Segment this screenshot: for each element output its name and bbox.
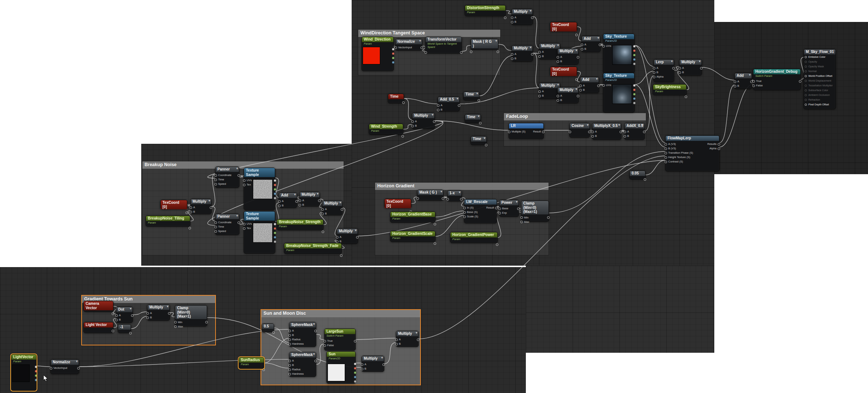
node-multiply-noise3[interactable]: Multiply▾AB — [337, 228, 358, 244]
input-pin[interactable] — [299, 204, 301, 206]
node-header[interactable]: Horizon_GradientPower — [450, 232, 497, 237]
output-pin[interactable] — [633, 63, 636, 65]
input-pin[interactable] — [581, 48, 583, 50]
node-header[interactable]: 0.05 — [630, 171, 645, 176]
node-lw-rescale[interactable]: LW_RescaleIn (S)Base (S)Scale (S)Result — [464, 199, 497, 223]
output-pin[interactable] — [205, 321, 208, 323]
input-pin[interactable] — [463, 211, 466, 214]
material-pin-row[interactable]: World Displacement — [804, 78, 835, 83]
node-header[interactable]: Normalize▾ — [51, 360, 79, 365]
node-header[interactable]: Power▾ — [500, 200, 519, 205]
collapse-chevron-icon[interactable]: ▾ — [76, 360, 78, 363]
output-pin[interactable] — [633, 97, 636, 100]
node-header[interactable]: Sky_Texture — [603, 73, 634, 78]
node-multiply-x05[interactable]: MultiplyX_0.5▾AB — [592, 123, 621, 140]
node-sphere-mask-b[interactable]: SphereMask▾ABRadiusHardness — [289, 352, 316, 377]
input-pin[interactable] — [243, 184, 246, 186]
input-pin[interactable] — [665, 161, 667, 163]
input-pin[interactable] — [288, 368, 291, 371]
node-time-main[interactable]: Time — [388, 94, 404, 103]
input-pin[interactable] — [520, 221, 523, 223]
input-pin[interactable] — [653, 71, 655, 74]
node-multiply-noise2[interactable]: Multiply▾AB — [322, 201, 343, 215]
node-multiply-sun2[interactable]: Multiply▾AB — [396, 331, 419, 347]
input-pin[interactable] — [520, 216, 523, 219]
output-pin[interactable] — [597, 85, 600, 87]
output-pin[interactable] — [274, 240, 276, 243]
output-pin[interactable] — [392, 61, 394, 64]
node-header[interactable]: Cosine▾ — [570, 123, 590, 128]
input-pin[interactable] — [538, 90, 541, 93]
output-pin[interactable] — [458, 104, 460, 107]
node-header[interactable]: TexCoord [0] — [550, 67, 577, 76]
output-pin[interactable] — [322, 231, 324, 233]
node-header[interactable]: LargeSun — [325, 329, 355, 334]
input-pin[interactable] — [288, 338, 291, 341]
node-header[interactable]: AddX_0.5▾ — [625, 123, 644, 128]
output-pin[interactable] — [495, 207, 498, 209]
collapse-chevron-icon[interactable]: ▾ — [576, 49, 577, 52]
input-pin[interactable] — [424, 51, 427, 54]
node-header[interactable]: SunRadius — [239, 358, 264, 363]
node-header[interactable]: Horizon_GradientBase — [390, 212, 435, 217]
node-header[interactable]: Multiply▾ — [680, 60, 701, 65]
material-pin-row[interactable]: Refraction — [804, 97, 835, 102]
output-pin[interactable] — [354, 380, 356, 383]
collapse-chevron-icon[interactable]: ▾ — [340, 201, 341, 204]
node-multiply-noise1[interactable]: Multiply▾AB — [299, 192, 320, 206]
input-pin[interactable] — [243, 227, 246, 230]
collapse-chevron-icon[interactable]: ▾ — [459, 191, 460, 194]
node-dot-product[interactable]: Dot▾AB — [116, 307, 133, 323]
input-pin[interactable] — [411, 125, 414, 127]
node-header[interactable]: TexCoord [0] — [161, 200, 187, 209]
collapse-chevron-icon[interactable]: ▾ — [167, 305, 168, 308]
output-pin[interactable] — [274, 192, 276, 195]
node-header[interactable]: -1 — [118, 325, 131, 330]
node-breakup-strength-fade[interactable]: BreakupNoise_Strength_FadeParam — [284, 243, 342, 254]
output-pin[interactable] — [354, 367, 356, 370]
node-header[interactable]: Sky_Texture — [603, 34, 634, 39]
node-header[interactable]: Clamp (Min=0) (Max=1) — [175, 306, 207, 319]
node-time-d[interactable]: Time▾ — [471, 136, 487, 145]
input-pin[interactable] — [805, 75, 807, 77]
output-pin[interactable] — [354, 340, 356, 343]
input-pin[interactable] — [665, 152, 667, 154]
input-pin[interactable] — [805, 94, 807, 96]
input-pin[interactable] — [278, 200, 281, 203]
input-pin[interactable] — [734, 81, 736, 83]
input-pin[interactable] — [190, 211, 192, 213]
node-header[interactable]: Multiply▾ — [322, 201, 342, 206]
node-wind-strength[interactable]: Wind_StrengthParam — [369, 124, 403, 135]
input-pin[interactable] — [624, 135, 626, 138]
node-large-sun-switch[interactable]: LargeSunSwitch ParamTrueFalse — [324, 329, 356, 351]
node-header[interactable]: Multiply▾ — [337, 229, 358, 234]
node-header[interactable]: Wind_Strength — [369, 124, 403, 129]
collapse-chevron-icon[interactable]: ▾ — [313, 352, 315, 356]
input-pin[interactable] — [174, 325, 177, 328]
output-pin[interactable] — [295, 200, 298, 203]
collapse-chevron-icon[interactable]: ▾ — [441, 190, 442, 193]
input-pin[interactable] — [805, 80, 807, 82]
output-pin[interactable] — [274, 223, 276, 225]
node-header[interactable]: Sun — [327, 352, 355, 357]
node-multiply-sun1[interactable]: Multiply▾AB — [362, 356, 384, 372]
collapse-chevron-icon[interactable]: ▾ — [598, 36, 599, 40]
node-time-b[interactable]: Time▾ — [463, 91, 479, 100]
input-pin[interactable] — [394, 46, 397, 49]
output-pin[interactable] — [420, 46, 423, 49]
collapse-chevron-icon[interactable]: ▾ — [416, 331, 417, 334]
node-header[interactable]: Multiply▾ — [396, 331, 418, 336]
node-header[interactable]: 0.5 — [262, 324, 274, 329]
collapse-chevron-icon[interactable]: ▾ — [587, 123, 588, 127]
collapse-chevron-icon[interactable]: ▾ — [313, 322, 315, 326]
node-header[interactable]: Texture Sample — [244, 168, 275, 177]
node-header[interactable]: Time▾ — [465, 115, 480, 120]
input-pin[interactable] — [321, 213, 324, 215]
node-distortion-strength[interactable]: DistortionStrengthParam — [465, 5, 506, 16]
input-pin[interactable] — [557, 99, 559, 102]
node-texcoord-sky-b[interactable]: TexCoord [0] — [550, 67, 577, 76]
node-horizon-gradient-scale[interactable]: Horizon_GradientScaleParam — [390, 231, 435, 242]
node-sphere-mask-a[interactable]: SphereMask▾ABRadiusHardness — [289, 322, 316, 347]
input-pin[interactable] — [498, 207, 501, 210]
collapse-chevron-icon[interactable]: ▾ — [419, 39, 421, 42]
